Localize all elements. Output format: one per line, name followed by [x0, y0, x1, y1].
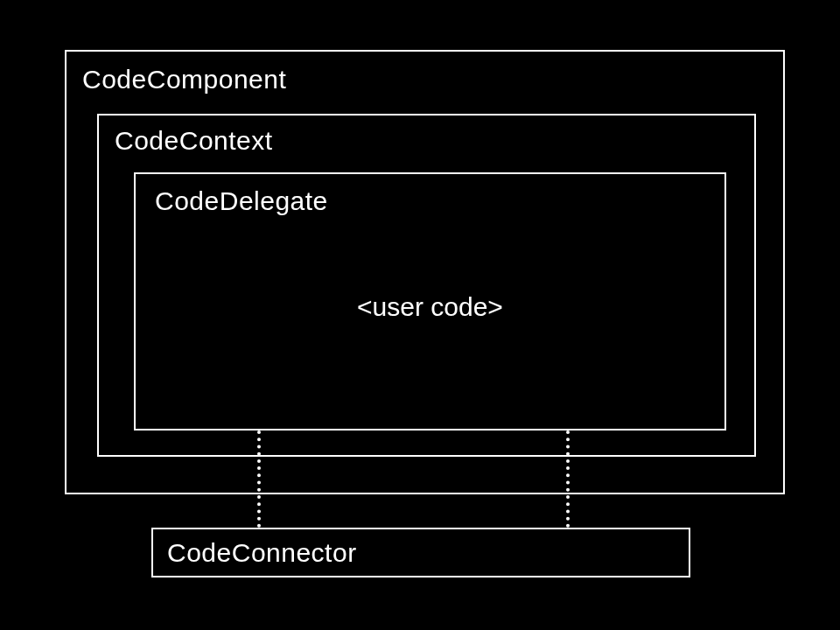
code-delegate-box: CodeDelegate <user code>	[134, 172, 726, 430]
code-connector-box: CodeConnector	[151, 528, 690, 578]
code-connector-label: CodeConnector	[167, 538, 357, 568]
code-component-label: CodeComponent	[82, 65, 286, 94]
connector-line-right	[566, 430, 570, 528]
code-context-label: CodeContext	[115, 126, 273, 156]
diagram-canvas: CodeComponent CodeContext CodeDelegate <…	[0, 0, 840, 630]
user-code-text: <user code>	[136, 292, 724, 322]
connector-line-left	[257, 430, 261, 528]
code-delegate-label: CodeDelegate	[155, 186, 328, 216]
